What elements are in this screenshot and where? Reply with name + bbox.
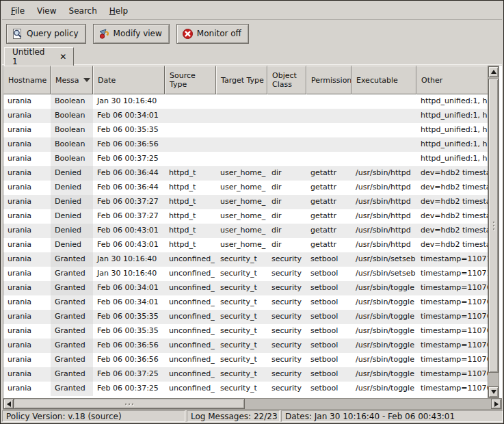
cell-executable [352,94,416,109]
table-row[interactable]: uraniaDeniedFeb 06 00:36:44httpd_tuser_h… [3,166,490,181]
table-row[interactable]: uraniaDeniedFeb 06 00:36:44httpd_tuser_h… [3,181,490,195]
grip-dot [493,225,494,226]
monitor-off-button[interactable]: Monitor off [176,24,249,44]
scroll-down-button[interactable] [488,386,499,397]
modify-view-button[interactable]: Modify view [93,24,170,44]
column-header-target-type[interactable]: Target Type [216,66,267,94]
cell-object-class: security [267,252,306,267]
cell-executable: /usr/sbin/toggle [352,367,416,382]
cell-other: httpd_unified:1, h [416,137,490,152]
cell-target-type [216,109,267,123]
cell-message: Boolean [51,137,93,152]
table-row[interactable]: uraniaGrantedFeb 06 00:36:56unconfined_s… [3,339,490,353]
cell-executable: /usr/sbin/httpd [352,238,416,252]
scroll-left-button[interactable] [3,399,14,409]
cell-hostname: urania [3,195,51,209]
cell-object-class: dir [267,181,306,195]
table-row[interactable]: uraniaGrantedFeb 06 00:37:25unconfined_s… [3,382,490,396]
cell-source-type [165,109,216,123]
cell-permission: getattr [306,224,352,238]
column-header-date[interactable]: Date [93,66,165,94]
horizontal-scrollbar-thumb[interactable] [14,399,245,409]
table-row[interactable]: uraniaGrantedJan 30 10:16:40unconfined_s… [3,252,490,267]
column-header-message[interactable]: Messa [51,66,93,94]
table-row[interactable]: uraniaBooleanJan 30 10:16:40httpd_unifie… [3,94,490,109]
cell-target-type: security_t [216,281,267,295]
cell-other: timestamp=11071 [416,252,490,267]
table-row[interactable]: uraniaBooleanFeb 06 00:35:35httpd_unifie… [3,123,490,137]
cell-permission: setbool [306,267,352,281]
table-row[interactable]: uraniaDeniedFeb 06 00:43:01httpd_tuser_h… [3,238,490,252]
cell-message: Granted [51,252,93,267]
table-row[interactable]: uraniaGrantedFeb 06 00:35:35unconfined_s… [3,324,490,339]
menu-view[interactable]: View [31,4,62,18]
cell-executable: /usr/sbin/toggle [352,382,416,396]
table-row[interactable]: uraniaGrantedJan 30 10:16:40unconfined_s… [3,267,490,281]
monitor-off-label: Monitor off [197,29,241,38]
table-row[interactable]: uraniaBooleanFeb 06 00:34:01httpd_unifie… [3,109,490,123]
table-row[interactable]: uraniaGrantedFeb 06 00:37:25unconfined_s… [3,367,490,382]
column-header-other[interactable]: Other [416,66,490,94]
cell-target-type: user_home_ [216,224,267,238]
cell-executable: /usr/sbin/httpd [352,224,416,238]
cell-other: dev=hdb2 timesta [416,209,490,224]
table-row[interactable]: uraniaGrantedFeb 06 00:34:01unconfined_s… [3,281,490,295]
column-header-hostname[interactable]: Hostname [3,66,51,94]
table-row[interactable]: uraniaGrantedFeb 06 00:34:01unconfined_s… [3,295,490,310]
cell-permission: setbool [306,281,352,295]
cell-source-type: unconfined_ [165,353,216,367]
cell-other: httpd_unified:1, h [416,123,490,137]
menu-search[interactable]: Search [63,4,103,18]
vertical-scrollbar[interactable] [488,66,499,398]
cell-target-type: security_t [216,295,267,310]
cell-date: Feb 06 00:35:35 [93,310,165,324]
table-header-row: HostnameMessaDateSource TypeTarget TypeO… [3,66,490,94]
column-header-label: Messa [55,76,79,85]
cell-other: timestamp=11076 [416,295,490,310]
cell-date: Feb 06 00:37:25 [93,367,165,382]
column-header-source-type[interactable]: Source Type [165,66,216,94]
query-policy-button[interactable]: Query policy [6,24,86,44]
menu-file[interactable]: File [5,4,31,18]
cell-permission [306,94,352,109]
cell-other: timestamp=11076 [416,281,490,295]
table-row[interactable]: uraniaBooleanFeb 06 00:37:25httpd_unifie… [3,152,490,166]
cell-date: Feb 06 00:36:56 [93,339,165,353]
table-row[interactable]: uraniaDeniedFeb 06 00:37:27httpd_tuser_h… [3,195,490,209]
table-row[interactable]: uraniaBooleanFeb 06 00:36:56httpd_unifie… [3,137,490,152]
cell-other: timestamp=11076 [416,382,490,396]
table-body: uraniaBooleanJan 30 10:16:40httpd_unifie… [3,94,490,396]
table-row[interactable]: uraniaDeniedFeb 06 00:37:27httpd_tuser_h… [3,209,490,224]
vertical-scrollbar-thumb[interactable] [488,79,499,373]
cell-source-type [165,123,216,137]
cell-date: Feb 06 00:36:44 [93,166,165,181]
column-header-executable[interactable]: Executable [352,66,416,94]
table-row[interactable]: uraniaDeniedFeb 06 00:43:01httpd_tuser_h… [3,224,490,238]
scroll-right-button[interactable] [491,399,501,409]
menu-help[interactable]: Help [103,4,134,18]
cell-permission: setbool [306,367,352,382]
close-icon[interactable]: ✕ [57,51,69,63]
cell-permission: setbool [306,295,352,310]
cell-message: Denied [51,166,93,181]
cell-executable [352,152,416,166]
grip-dot [125,403,127,405]
query-policy-label: Query policy [27,29,79,38]
grip-dot [493,222,494,223]
column-header-object-class[interactable]: Object Class [267,66,306,94]
cell-executable: /usr/sbin/toggle [352,295,416,310]
column-header-permission[interactable]: Permission [306,66,352,94]
column-header-label: Date [98,76,116,85]
cell-hostname: urania [3,224,51,238]
scroll-up-button[interactable] [488,66,499,77]
cell-date: Jan 30 10:16:40 [93,252,165,267]
tab-untitled-1[interactable]: Untitled 1 ✕ [4,47,74,66]
cell-other: timestamp=11076 [416,324,490,339]
cell-date: Feb 06 00:36:56 [93,137,165,152]
cell-message: Granted [51,267,93,281]
table-row[interactable]: uraniaGrantedFeb 06 00:35:35unconfined_s… [3,310,490,324]
horizontal-scrollbar[interactable] [3,398,502,410]
grip-dot [132,403,133,405]
table-row[interactable]: uraniaGrantedFeb 06 00:36:56unconfined_s… [3,353,490,367]
cell-object-class: dir [267,238,306,252]
